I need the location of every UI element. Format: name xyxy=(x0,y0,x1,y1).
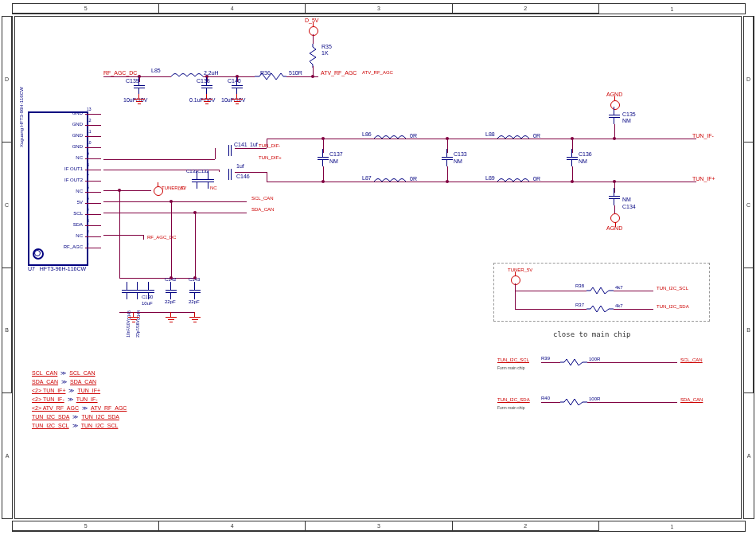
capacitor-c142 xyxy=(166,287,177,296)
capacitor-c145 xyxy=(122,287,128,296)
power-d5v xyxy=(309,26,318,36)
net-d5v: D_5V xyxy=(305,18,319,23)
capacitor-c146 xyxy=(225,169,235,180)
note-close-to-chip: close to main chip xyxy=(553,330,631,338)
ruler-top: 54321 xyxy=(12,3,746,14)
capacitor-c135 xyxy=(609,111,620,121)
power-agnd xyxy=(610,100,620,110)
capacitor-c143 xyxy=(189,287,201,296)
capacitor-c144 xyxy=(132,287,138,296)
schematic-page: 54321 54321 DCBA DCBA Xuguang HFT3-96H-1… xyxy=(0,0,756,535)
ruler-right: DCBA xyxy=(743,16,754,519)
net-rf-agc-dc: RF_AGC_DC xyxy=(103,70,137,76)
capacitor-c134 xyxy=(609,193,620,202)
ic-side-label: Xuguang HFT3-96H-116CW xyxy=(19,87,24,147)
gnd-icon xyxy=(133,94,146,105)
capacitor-c136 xyxy=(567,154,578,163)
ruler-left: DCBA xyxy=(2,16,13,519)
port-list: SCL_CAN≫SCL_CANSDA_CAN≫SDA_CAN<2> TUN_IF… xyxy=(32,369,127,430)
capacitor-c137 xyxy=(318,154,329,163)
capacitor-c133 xyxy=(442,154,453,163)
net-atv-rf-agc: ATV_RF_AGC xyxy=(321,70,357,76)
ruler-bottom: 54321 xyxy=(12,521,746,532)
ic-ref-label: U7 HFT3-96H-116CW xyxy=(28,266,86,271)
